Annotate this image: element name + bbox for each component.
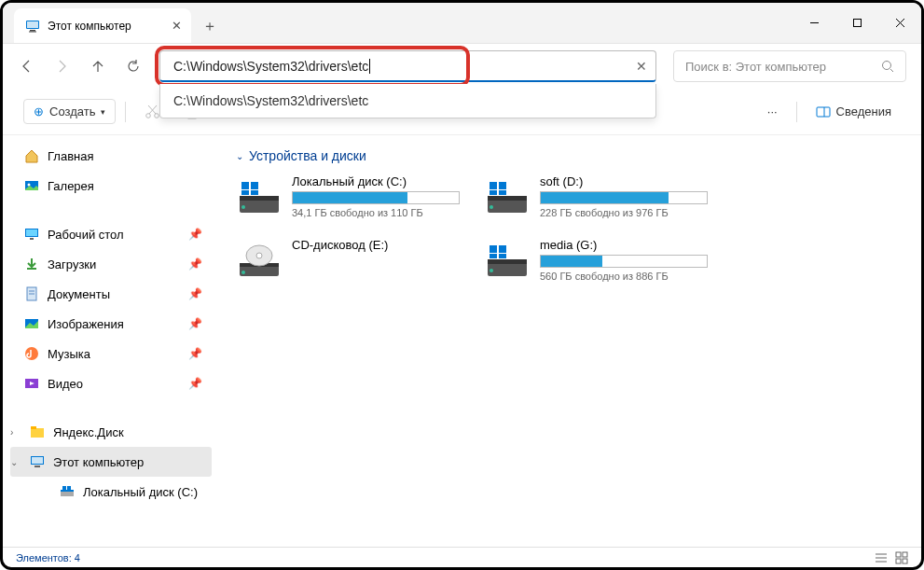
sidebar-item-music[interactable]: Музыка📌: [10, 339, 212, 368]
chevron-down-icon: ⌄: [10, 457, 21, 467]
back-button[interactable]: [18, 57, 36, 76]
sidebar-item-localc[interactable]: Локальный диск (C:): [10, 477, 212, 507]
svg-rect-62: [499, 245, 506, 253]
svg-rect-31: [31, 426, 36, 429]
section-header[interactable]: ⌄ Устройства и диски: [236, 148, 904, 163]
drive-progress: [540, 191, 708, 204]
sidebar: Главная Галерея Рабочий стол📌 Загрузки📌 …: [3, 135, 219, 547]
svg-rect-21: [26, 229, 37, 236]
chevron-right-icon: ›: [10, 427, 21, 438]
svg-rect-22: [30, 238, 34, 240]
svg-rect-71: [903, 559, 907, 563]
address-text: C:\Windows\System32\drivers\etc: [173, 59, 368, 74]
drive-name: media (G:): [540, 238, 708, 252]
svg-rect-2: [30, 30, 35, 32]
music-icon: [23, 345, 40, 362]
sidebar-item-desktop[interactable]: Рабочий стол📌: [10, 219, 212, 249]
pin-icon: 📌: [188, 377, 202, 390]
sidebar-item-home[interactable]: Главная: [10, 141, 212, 171]
tab-thispc[interactable]: Этот компьютер ✕: [14, 8, 191, 43]
videos-icon: [23, 375, 40, 392]
refresh-button[interactable]: [124, 57, 143, 76]
svg-rect-42: [241, 182, 249, 189]
details-icon: [816, 104, 831, 119]
more-button[interactable]: ···: [758, 100, 787, 123]
home-icon: [23, 147, 40, 164]
forward-button[interactable]: [53, 57, 72, 76]
up-button[interactable]: [89, 57, 107, 76]
pin-icon: 📌: [188, 287, 202, 300]
drive-name: CD-дисковод (E:): [292, 238, 460, 252]
svg-rect-3: [29, 31, 36, 32]
search-box[interactable]: Поиск в: Этот компьютер: [673, 50, 906, 82]
svg-rect-49: [490, 182, 497, 189]
maximize-button[interactable]: [835, 3, 878, 43]
list-view-icon[interactable]: [875, 551, 888, 564]
sidebar-item-thispc[interactable]: ⌄Этот компьютер: [10, 447, 212, 477]
close-button[interactable]: [878, 3, 921, 43]
drive-free-text: 560 ГБ свободно из 886 ГБ: [540, 271, 708, 282]
svg-rect-61: [490, 245, 497, 253]
svg-rect-52: [499, 190, 506, 195]
drive-free-text: 228 ГБ свободно из 976 ГБ: [540, 207, 708, 218]
minimize-button[interactable]: [793, 3, 835, 43]
sidebar-item-gallery[interactable]: Галерея: [10, 171, 212, 201]
details-button[interactable]: Сведения: [807, 100, 901, 124]
drive-item[interactable]: media (G:) 560 ГБ свободно из 886 ГБ: [484, 238, 708, 285]
content: ⌄ Устройства и диски Локальный диск (C:)…: [219, 135, 921, 547]
drive-name: soft (D:): [540, 174, 708, 188]
svg-point-41: [241, 205, 245, 209]
sidebar-item-downloads[interactable]: Загрузки📌: [10, 249, 212, 279]
svg-rect-50: [499, 182, 506, 189]
svg-point-57: [256, 253, 262, 258]
search-icon: [881, 60, 894, 73]
sidebar-item-pictures[interactable]: Изображения📌: [10, 309, 212, 339]
svg-rect-59: [488, 259, 527, 264]
gallery-icon: [23, 177, 40, 194]
drive-item[interactable]: Локальный диск (C:) 34,1 ГБ свободно из …: [236, 174, 460, 221]
sidebar-item-yadisk[interactable]: ›Яндекс.Диск: [10, 417, 212, 447]
drive-icon: [484, 174, 531, 221]
pictures-icon: [23, 315, 40, 332]
svg-point-48: [490, 205, 493, 209]
drives-container: Локальный диск (C:) 34,1 ГБ свободно из …: [236, 174, 904, 285]
svg-rect-16: [817, 107, 830, 117]
desktop-icon: [23, 226, 40, 243]
svg-rect-44: [241, 190, 249, 195]
grid-view-icon[interactable]: [895, 551, 908, 564]
svg-line-13: [148, 105, 156, 114]
documents-icon: [23, 285, 40, 302]
titlebar: Этот компьютер ✕ ＋: [3, 3, 921, 44]
drive-progress: [292, 191, 460, 204]
svg-rect-64: [499, 254, 506, 258]
drive-item[interactable]: CD-дисковод (E:): [236, 238, 460, 285]
drive-icon: [59, 483, 76, 500]
svg-point-8: [883, 62, 891, 70]
svg-rect-68: [896, 552, 901, 557]
window-controls: [793, 3, 921, 43]
drive-icon: [484, 238, 531, 285]
create-button[interactable]: ⊕ Создать ▾: [23, 99, 116, 124]
main: Главная Галерея Рабочий стол📌 Загрузки📌 …: [3, 135, 921, 547]
svg-rect-1: [27, 21, 38, 28]
tab-title: Этот компьютер: [48, 20, 131, 33]
address-clear-icon[interactable]: ✕: [636, 59, 647, 74]
pc-icon: [29, 453, 46, 470]
svg-rect-5: [853, 20, 861, 27]
sidebar-item-documents[interactable]: Документы📌: [10, 279, 212, 309]
svg-rect-47: [488, 196, 527, 201]
svg-rect-34: [34, 466, 40, 467]
drive-icon: [236, 238, 283, 285]
svg-line-9: [890, 69, 893, 72]
newtab-button[interactable]: ＋: [191, 10, 228, 43]
drive-free-text: 34,1 ГБ свободно из 110 ГБ: [292, 207, 460, 218]
svg-rect-40: [240, 196, 279, 201]
sidebar-item-videos[interactable]: Видео📌: [10, 368, 212, 398]
address-dropdown[interactable]: C:\Windows\System32\drivers\etc: [159, 84, 656, 118]
drive-item[interactable]: soft (D:) 228 ГБ свободно из 976 ГБ: [484, 174, 708, 221]
drive-name: Локальный диск (C:): [292, 174, 460, 188]
svg-rect-36: [61, 490, 74, 492]
tab-close-icon[interactable]: ✕: [172, 19, 182, 33]
svg-point-55: [241, 271, 245, 274]
address-bar[interactable]: C:\Windows\System32\drivers\etc: [159, 50, 656, 82]
